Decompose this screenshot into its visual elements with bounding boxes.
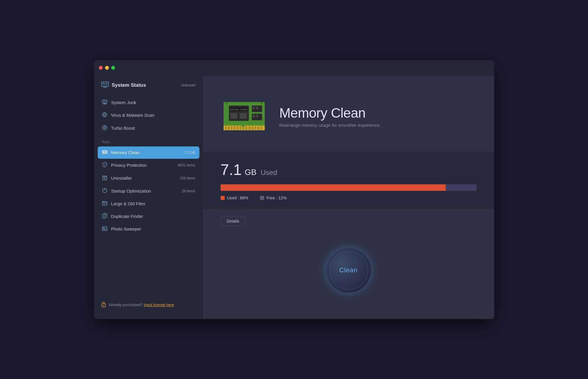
large-old-files-label: Large & Old Files: [111, 201, 195, 206]
details-section: Details: [203, 209, 494, 233]
hero-subtitle: Rearrange memory usage for smoother expe…: [279, 123, 477, 128]
svg-rect-20: [103, 151, 104, 153]
turbo-boost-label: Turbo Boost: [111, 126, 195, 131]
minimize-button[interactable]: [105, 66, 109, 70]
svg-point-11: [104, 113, 106, 116]
tools-section-label: Tools: [94, 135, 203, 146]
svg-rect-58: [254, 126, 256, 130]
system-status-icon: [101, 81, 109, 89]
svg-rect-76: [256, 107, 258, 109]
svg-rect-57: [251, 126, 253, 130]
svg-rect-52: [237, 126, 239, 130]
sidebar-item-large-old-files[interactable]: Large & Old Files: [98, 198, 199, 210]
svg-rect-53: [240, 126, 241, 130]
svg-rect-0: [101, 82, 109, 86]
privacy-protection-label: Privacy Protection: [111, 163, 174, 168]
svg-point-41: [103, 227, 104, 229]
uninstaller-icon: [102, 175, 108, 181]
svg-rect-21: [105, 151, 106, 153]
large-old-files-icon: [102, 201, 108, 207]
main-content: 99U5469-016AEF 99U5469 016AEF 99U5469 01…: [203, 76, 494, 319]
duplicate-finder-icon: [102, 213, 108, 220]
svg-rect-75: [252, 107, 255, 109]
svg-rect-37: [102, 214, 106, 218]
svg-rect-60: [260, 126, 262, 130]
tools-nav: Memory Clean 7.1 GB Privacy Protection 8…: [94, 146, 203, 235]
sidebar-item-duplicate-finder[interactable]: Duplicate Finder: [98, 210, 199, 223]
svg-rect-49: [228, 126, 230, 130]
footer-text: Already purchased? Input license here: [109, 303, 174, 307]
svg-text:99U5469-016AEF: 99U5469-016AEF: [230, 108, 247, 111]
legend-used-label: Used : 88%: [227, 196, 248, 200]
memory-clean-badge: 7.1 GB: [184, 151, 195, 155]
clean-section: Clean: [203, 233, 494, 319]
progress-bar-fill: [221, 184, 446, 191]
svg-rect-3: [102, 85, 108, 86]
uninstaller-label: Uninstaller: [111, 176, 176, 181]
sidebar-title-group: System Status: [101, 81, 146, 89]
startup-optimization-badge: 29 items: [182, 189, 195, 193]
app-body: System Status Unknown System Junk: [94, 76, 494, 319]
svg-text:99U5469: 99U5469: [231, 114, 237, 116]
svg-rect-48: [225, 126, 227, 130]
svg-rect-56: [249, 126, 250, 130]
sidebar-footer: Already purchased? Input license here: [94, 297, 203, 313]
svg-rect-50: [231, 126, 233, 130]
memory-unit: GB: [245, 168, 256, 177]
system-junk-icon: [102, 100, 108, 106]
legend-free-label: Free : 12%: [266, 196, 286, 200]
sidebar-item-photo-sweeper[interactable]: Photo Sweeper: [98, 223, 199, 235]
legend-used: Used : 88%: [221, 196, 248, 200]
privacy-protection-icon: [102, 162, 108, 168]
top-nav: System Junk Virus & Malware Scan: [94, 96, 203, 135]
svg-rect-2: [105, 83, 108, 84]
svg-rect-59: [257, 126, 259, 130]
svg-rect-55: [246, 126, 247, 130]
clean-button-label: Clean: [339, 266, 357, 274]
svg-text:016AEF: 016AEF: [231, 116, 236, 118]
lock-icon: [101, 301, 106, 308]
progress-legend: Used : 88% Free : 12%: [221, 196, 477, 200]
svg-text:016AEF: 016AEF: [240, 116, 246, 118]
sidebar-item-memory-clean[interactable]: Memory Clean 7.1 GB: [98, 146, 199, 159]
duplicate-finder-label: Duplicate Finder: [111, 214, 195, 219]
svg-point-18: [104, 127, 105, 128]
startup-optimization-icon: [102, 188, 108, 194]
status-badge: Unknown: [181, 83, 196, 87]
memory-clean-label: Memory Clean: [111, 150, 181, 155]
legend-free-dot: [260, 196, 264, 200]
details-button[interactable]: Details: [221, 216, 246, 226]
ram-icon: 99U5469-016AEF 99U5469 016AEF 99U5469 01…: [221, 93, 268, 140]
svg-point-43: [103, 305, 104, 306]
sidebar-item-startup-optimization[interactable]: Startup Optimization 29 items: [98, 185, 199, 198]
memory-clean-icon: [102, 150, 108, 156]
maximize-button[interactable]: [111, 66, 115, 70]
turbo-boost-icon: [102, 125, 108, 131]
svg-rect-77: [252, 115, 255, 117]
legend-free: Free : 12%: [260, 196, 286, 200]
photo-sweeper-label: Photo Sweeper: [111, 226, 195, 231]
close-button[interactable]: [99, 66, 103, 70]
license-link[interactable]: Input license here: [144, 303, 174, 307]
sidebar-item-turbo-boost[interactable]: Turbo Boost: [98, 122, 199, 135]
memory-gb-value: 7.1: [221, 161, 242, 178]
virus-scan-label: Virus & Malware Scan: [111, 113, 195, 118]
legend-used-dot: [221, 196, 225, 200]
sidebar-item-system-junk[interactable]: System Junk: [98, 96, 199, 109]
sidebar-item-uninstaller[interactable]: Uninstaller 106 items: [98, 172, 199, 185]
virus-scan-icon: [102, 112, 108, 118]
svg-rect-61: [242, 126, 245, 127]
svg-rect-78: [256, 115, 258, 117]
svg-text:99U5469: 99U5469: [240, 114, 246, 116]
sidebar-item-virus-scan[interactable]: Virus & Malware Scan: [98, 109, 199, 122]
svg-rect-62: [226, 102, 227, 104]
hero-section: 99U5469-016AEF 99U5469 016AEF 99U5469 01…: [203, 76, 494, 152]
clean-button[interactable]: Clean: [325, 247, 372, 294]
svg-rect-63: [261, 102, 262, 104]
hero-text: Memory Clean Rearrange memory usage for …: [279, 106, 477, 128]
app-window: System Status Unknown System Junk: [94, 60, 494, 319]
sidebar-item-privacy-protection[interactable]: Privacy Protection 8651 items: [98, 159, 199, 172]
stats-section: 7.1 GB Used Used : 88% Free : 12%: [203, 152, 494, 209]
title-bar: [94, 60, 494, 76]
privacy-protection-badge: 8651 items: [178, 163, 195, 167]
